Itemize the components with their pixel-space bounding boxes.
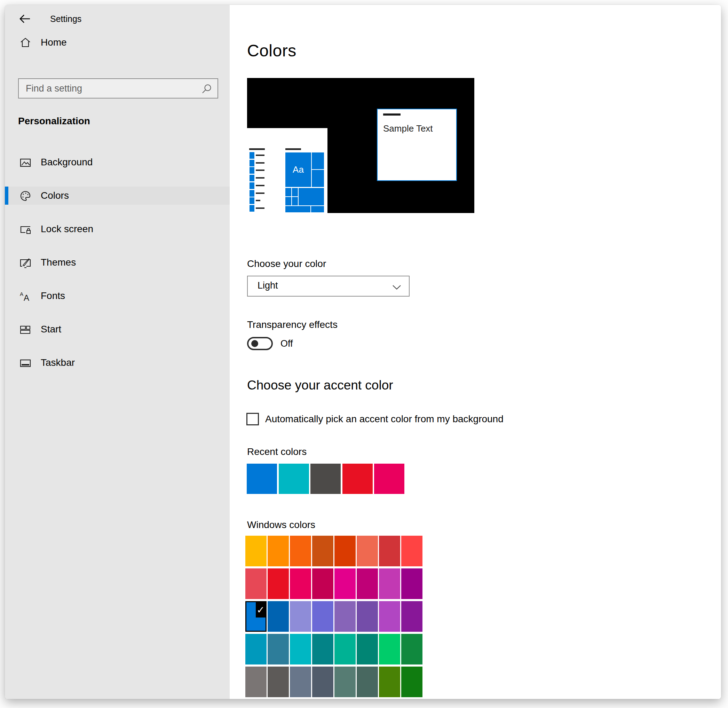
preview-tile — [292, 188, 298, 196]
windows-color-swatch[interactable] — [312, 667, 334, 697]
check-icon: ✓ — [256, 602, 265, 618]
windows-color-swatch[interactable] — [312, 634, 334, 664]
sidebar-item-taskbar[interactable]: Taskbar — [5, 354, 230, 372]
windows-color-swatch[interactable] — [401, 569, 422, 599]
recent-color-swatch[interactable] — [342, 464, 373, 494]
windows-color-swatch[interactable] — [268, 667, 289, 697]
windows-color-swatch[interactable] — [290, 634, 311, 664]
preview-tile — [285, 188, 291, 196]
windows-color-swatch[interactable] — [245, 569, 267, 599]
recent-colors-heading: Recent colors — [247, 446, 307, 457]
preview-sample-text: Sample Text — [383, 123, 433, 134]
search-input[interactable] — [19, 79, 218, 98]
sidebar-section-header: Personalization — [18, 116, 90, 127]
sidebar-item-label: Background — [41, 155, 93, 169]
sidebar-item-label: Home — [41, 36, 67, 49]
search-box — [18, 78, 218, 99]
color-mode-dropdown[interactable]: Light — [247, 276, 410, 297]
sidebar-item-label: Taskbar — [41, 356, 75, 369]
windows-color-swatch[interactable] — [268, 601, 289, 632]
sidebar-item-background[interactable]: Background — [5, 153, 230, 171]
back-arrow-icon — [18, 12, 32, 26]
main-content: Colors Aa Sample Text — [230, 5, 721, 699]
windows-color-swatch[interactable] — [268, 634, 289, 664]
windows-color-swatch[interactable] — [245, 667, 267, 697]
svg-text:A: A — [24, 293, 29, 302]
windows-color-swatch[interactable] — [334, 569, 356, 599]
sidebar-item-label: Fonts — [41, 289, 65, 302]
windows-color-swatch[interactable] — [379, 569, 400, 599]
windows-color-swatch[interactable] — [401, 667, 422, 697]
transparency-toggle[interactable] — [247, 337, 273, 350]
sidebar-item-lock-screen[interactable]: Lock screen — [5, 220, 230, 238]
transparency-label: Transparency effects — [247, 319, 338, 330]
windows-color-swatch[interactable] — [290, 569, 311, 599]
windows-color-swatch[interactable] — [379, 667, 400, 697]
sidebar-item-fonts[interactable]: A A Fonts — [5, 287, 230, 305]
taskbar-icon — [19, 357, 31, 369]
windows-color-swatch[interactable] — [357, 569, 378, 599]
recent-color-swatch[interactable] — [374, 464, 405, 494]
preview-tile — [312, 170, 324, 187]
sidebar-item-home[interactable]: Home — [5, 33, 230, 52]
windows-colors-heading: Windows colors — [247, 519, 315, 531]
sidebar-item-label: Start — [41, 323, 61, 336]
back-button[interactable] — [18, 12, 32, 26]
preview-sample-popup: Sample Text — [377, 109, 457, 181]
windows-color-swatch[interactable] — [357, 601, 378, 632]
windows-color-swatch[interactable] — [357, 667, 378, 697]
sidebar-item-themes[interactable]: Themes — [5, 253, 230, 271]
preview-tile — [312, 152, 324, 169]
windows-color-swatch[interactable]: ✓ — [245, 601, 267, 632]
preview-tile — [292, 197, 298, 205]
windows-color-swatch[interactable] — [379, 536, 400, 566]
windows-color-swatch[interactable] — [401, 601, 422, 632]
settings-window: Settings Home Personalization — [5, 5, 721, 699]
preview-tiles-title-line — [285, 148, 301, 150]
windows-color-swatch[interactable] — [290, 667, 311, 697]
theme-preview: Aa Sample Text — [247, 78, 474, 213]
color-mode-value: Light — [258, 280, 278, 291]
windows-color-swatch[interactable] — [290, 536, 311, 566]
screenshot-stage: Settings Home Personalization — [0, 0, 728, 708]
recent-colors-row — [247, 464, 405, 494]
windows-color-swatch[interactable] — [312, 601, 334, 632]
windows-color-swatch[interactable] — [268, 536, 289, 566]
preview-aa-tile: Aa — [285, 152, 311, 187]
sidebar-item-start[interactable]: Start — [5, 320, 230, 338]
windows-color-swatch[interactable] — [290, 601, 311, 632]
windows-color-swatch[interactable] — [334, 667, 356, 697]
choose-color-label: Choose your color — [247, 258, 326, 270]
windows-color-swatch[interactable] — [379, 601, 400, 632]
windows-color-swatch[interactable] — [268, 569, 289, 599]
recent-color-swatch[interactable] — [279, 464, 309, 494]
windows-color-swatch[interactable] — [379, 634, 400, 664]
toggle-knob — [251, 340, 258, 347]
auto-accent-checkbox[interactable] — [247, 413, 259, 425]
windows-color-swatch[interactable] — [357, 634, 378, 664]
chevron-down-icon — [392, 285, 401, 290]
recent-color-swatch[interactable] — [247, 464, 277, 494]
lock-screen-icon — [19, 223, 31, 235]
sidebar: Settings Home Personalization — [5, 5, 230, 699]
windows-color-swatch[interactable] — [334, 634, 356, 664]
recent-color-swatch[interactable] — [310, 464, 341, 494]
windows-color-swatch[interactable] — [245, 634, 267, 664]
windows-color-swatch[interactable] — [334, 536, 356, 566]
windows-color-swatch[interactable] — [357, 536, 378, 566]
preview-tile — [285, 197, 291, 205]
themes-icon — [19, 257, 31, 269]
sidebar-item-colors[interactable]: Colors — [5, 187, 230, 205]
preview-popup-title-line — [383, 113, 400, 116]
page-title: Colors — [247, 41, 296, 60]
windows-color-swatch[interactable] — [334, 601, 356, 632]
windows-colors-grid: ✓ — [245, 536, 422, 697]
windows-color-swatch[interactable] — [245, 536, 267, 566]
app-title: Settings — [50, 13, 81, 25]
windows-color-swatch[interactable] — [401, 536, 422, 566]
windows-color-swatch[interactable] — [312, 536, 334, 566]
sidebar-item-label: Colors — [41, 189, 69, 202]
sidebar-item-label: Lock screen — [41, 222, 93, 236]
windows-color-swatch[interactable] — [401, 634, 422, 664]
windows-color-swatch[interactable] — [312, 569, 334, 599]
